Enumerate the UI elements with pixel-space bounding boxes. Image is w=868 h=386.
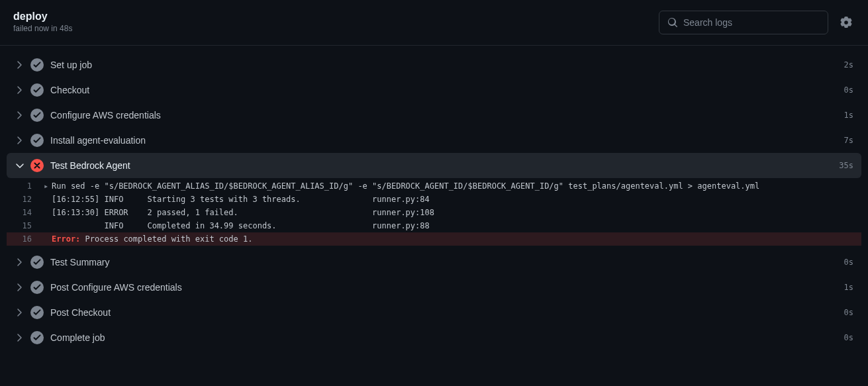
search-logs-input[interactable]: [683, 17, 820, 28]
step-row[interactable]: Test Bedrock Agent35s: [7, 153, 861, 178]
gear-icon: [840, 17, 852, 28]
success-icon: [30, 109, 44, 122]
step-name: Post Checkout: [50, 307, 844, 318]
log-content: Run sed -e "s/BEDROCK_AGENT_ALIAS_ID/$BE…: [52, 179, 759, 193]
success-icon: [30, 256, 44, 269]
chevron-right-icon: [15, 135, 25, 146]
success-icon: [30, 306, 44, 319]
step-row[interactable]: Test Summary0s: [7, 250, 861, 275]
step-name: Set up job: [50, 60, 844, 70]
step-name: Configure AWS credentials: [50, 110, 844, 121]
step-duration: 1s: [844, 283, 853, 292]
job-status-subtitle: failed now in 48s: [13, 24, 72, 33]
job-title: deploy: [13, 11, 72, 23]
step-row[interactable]: Post Configure AWS credentials1s: [7, 275, 861, 300]
line-number: 15: [15, 219, 44, 232]
steps-list: Set up job2sCheckout0sConfigure AWS cred…: [0, 46, 868, 357]
log-output: 1▸Run sed -e "s/BEDROCK_AGENT_ALIAS_ID/$…: [7, 178, 861, 250]
header-left: deploy failed now in 48s: [13, 11, 72, 33]
line-number: 1: [15, 179, 44, 193]
chevron-right-icon: [15, 332, 25, 343]
step-row[interactable]: Post Checkout0s: [7, 300, 861, 325]
step-row[interactable]: Configure AWS credentials1s: [7, 103, 861, 128]
step-name: Test Bedrock Agent: [50, 160, 839, 171]
step-row[interactable]: Complete job0s: [7, 325, 861, 350]
log-content: [16:12:55] INFO Starting 3 tests with 3 …: [52, 193, 430, 206]
step-row[interactable]: Set up job2s: [7, 52, 861, 77]
chevron-down-icon: [15, 160, 25, 171]
log-content: INFO Completed in 34.99 seconds. runner.…: [52, 219, 430, 232]
header-right: [659, 11, 855, 34]
chevron-right-icon: [15, 282, 25, 293]
step-name: Complete job: [50, 332, 844, 343]
step-duration: 0s: [844, 258, 853, 267]
chevron-right-icon: [15, 110, 25, 121]
log-line[interactable]: 1▸Run sed -e "s/BEDROCK_AGENT_ALIAS_ID/$…: [7, 179, 861, 193]
chevron-right-icon: [15, 257, 25, 267]
log-line[interactable]: 14[16:13:30] ERROR 2 passed, 1 failed. r…: [7, 206, 861, 219]
step-duration: 1s: [844, 111, 853, 120]
step-duration: 7s: [844, 136, 853, 145]
page-header: deploy failed now in 48s: [0, 0, 868, 46]
step-duration: 2s: [844, 60, 853, 70]
search-icon: [667, 17, 678, 28]
log-content: [16:13:30] ERROR 2 passed, 1 failed. run…: [52, 206, 434, 219]
chevron-right-icon: [15, 60, 25, 70]
step-name: Install agent-evaluation: [50, 135, 844, 146]
log-line[interactable]: 12[16:12:55] INFO Starting 3 tests with …: [7, 193, 861, 206]
line-number: 14: [15, 206, 44, 219]
log-line[interactable]: 15 INFO Completed in 34.99 seconds. runn…: [7, 219, 861, 232]
fail-icon: [30, 159, 44, 172]
line-number: 12: [15, 193, 44, 206]
expand-triangle-icon[interactable]: ▸: [44, 179, 52, 193]
line-number: 16: [15, 232, 44, 246]
success-icon: [30, 58, 44, 72]
settings-button[interactable]: [838, 14, 855, 31]
success-icon: [30, 83, 44, 97]
step-duration: 0s: [844, 308, 853, 317]
step-name: Checkout: [50, 85, 844, 95]
step-name: Test Summary: [50, 257, 844, 267]
step-duration: 0s: [844, 333, 853, 342]
success-icon: [30, 331, 44, 344]
step-duration: 35s: [839, 161, 853, 170]
success-icon: [30, 281, 44, 294]
log-line[interactable]: 16Error: Process completed with exit cod…: [7, 232, 861, 246]
step-row[interactable]: Install agent-evaluation7s: [7, 128, 861, 153]
chevron-right-icon: [15, 307, 25, 318]
step-duration: 0s: [844, 85, 853, 95]
step-name: Post Configure AWS credentials: [50, 282, 844, 293]
log-content: Error: Process completed with exit code …: [52, 232, 252, 246]
chevron-right-icon: [15, 85, 25, 95]
success-icon: [30, 134, 44, 147]
step-row[interactable]: Checkout0s: [7, 77, 861, 103]
search-logs-box[interactable]: [659, 11, 828, 34]
